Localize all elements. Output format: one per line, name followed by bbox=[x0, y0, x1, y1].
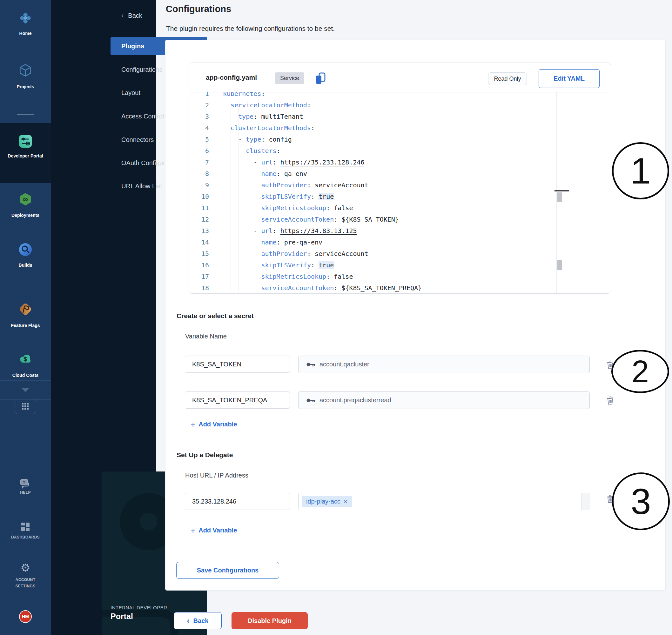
builds-icon bbox=[18, 242, 33, 257]
code-line: 7 - url: https://35.233.128.246 bbox=[189, 156, 557, 168]
service-badge: Service bbox=[275, 72, 304, 84]
brand-line: INTERNAL DEVELOPER bbox=[110, 605, 167, 610]
host-url-input[interactable] bbox=[185, 493, 290, 510]
annotation-circle-2: 2 bbox=[611, 350, 669, 393]
back-button[interactable]: ‹ Back bbox=[174, 612, 222, 629]
variable-name-input[interactable] bbox=[185, 392, 290, 409]
nav-section-line bbox=[0, 380, 51, 381]
secret-select-value: account.preqaclusterread bbox=[320, 397, 391, 404]
dashboards-icon bbox=[20, 521, 31, 532]
feature-flags-icon bbox=[18, 302, 33, 316]
nav-divider bbox=[17, 114, 34, 115]
delegate-tags-select[interactable]: idp-play-acc ✕ bbox=[298, 493, 590, 510]
code-line: 17 skipMetricsLookup: false bbox=[189, 271, 557, 282]
nav-item-builds[interactable]: Builds bbox=[0, 262, 51, 268]
svg-text:?: ? bbox=[23, 480, 25, 484]
add-variable-link[interactable]: + Add Variable bbox=[191, 421, 237, 428]
nav-item-feature-flags[interactable]: Feature Flags bbox=[0, 322, 51, 329]
nav-item-account-settings[interactable]: ACCOUNT SETTINGS bbox=[9, 576, 41, 589]
nav-item-cloud-costs[interactable]: Cloud Costs bbox=[0, 372, 51, 378]
app-window: Home Projects Developer Portal bbox=[0, 0, 672, 635]
page-subtitle: The plugin requires the following config… bbox=[166, 25, 335, 32]
back-nav-link[interactable]: ‹Back bbox=[121, 12, 142, 20]
secret-select-value: account.qacluster bbox=[320, 361, 369, 368]
nav-item-help[interactable]: HELP bbox=[9, 489, 41, 496]
delegate-tag-chip[interactable]: idp-play-acc ✕ bbox=[302, 496, 352, 507]
code-line: 13 - url: https://34.83.13.125 bbox=[189, 225, 557, 237]
code-line: 5 - type: config bbox=[189, 134, 557, 145]
page-title: Configurations bbox=[166, 4, 231, 14]
select-dropdown-zone[interactable] bbox=[581, 493, 590, 510]
help-icon: ? bbox=[19, 478, 32, 491]
code-line: 4 clusterLocatorMethods: bbox=[189, 122, 557, 134]
svg-text:$: $ bbox=[23, 356, 27, 362]
scrollbar-cursor-mark bbox=[555, 190, 569, 192]
code-line: 14 name: pre-qa-env bbox=[189, 237, 557, 248]
gear-icon: ⚙ bbox=[0, 561, 51, 574]
harness-home-icon bbox=[18, 10, 33, 26]
variable-name-input[interactable] bbox=[185, 356, 290, 373]
secret-section-title: Create or select a secret bbox=[177, 312, 254, 320]
code-line: 3 type: multiTenant bbox=[189, 111, 557, 122]
nav-item-home[interactable]: Home bbox=[0, 30, 51, 37]
scrollbar-thumb[interactable] bbox=[557, 192, 562, 202]
key-icon bbox=[306, 398, 315, 403]
plugin-sidebar: ‹Back Plugins Configurations Layout Acce… bbox=[51, 0, 156, 635]
chevron-down-icon[interactable] bbox=[21, 388, 29, 392]
delegate-section-title: Set Up a Delegate bbox=[177, 451, 233, 459]
code-line: 18 serviceAccountToken: ${K8S_SA_TOKEN_P… bbox=[189, 282, 557, 293]
secret-select[interactable]: account.qacluster bbox=[298, 356, 590, 373]
code-line: 2 serviceLocatorMethod: bbox=[189, 100, 557, 111]
chevron-left-icon: ‹ bbox=[187, 616, 190, 625]
copy-icon[interactable] bbox=[315, 72, 326, 85]
plus-icon: + bbox=[191, 421, 195, 428]
variable-name-label: Variable Name bbox=[185, 333, 227, 340]
developer-portal-icon bbox=[18, 134, 33, 149]
chevron-left-icon: ‹ bbox=[121, 12, 124, 19]
delete-variable-icon[interactable] bbox=[606, 396, 614, 405]
brand-name: Portal bbox=[110, 612, 133, 621]
code-line: 12 serviceAccountToken: ${K8S_SA_TOKEN} bbox=[189, 214, 557, 225]
annotation-circle-3: 3 bbox=[612, 473, 670, 530]
save-configurations-button[interactable]: Save Configurations bbox=[176, 562, 279, 579]
add-host-link[interactable]: + Add Variable bbox=[191, 527, 237, 534]
code-line: 15 authProvider: serviceAccount bbox=[189, 248, 557, 259]
nav-rail: Home Projects Developer Portal bbox=[0, 0, 51, 635]
annotation-circle-1: 1 bbox=[612, 142, 669, 199]
svg-text:∞: ∞ bbox=[23, 195, 28, 203]
disable-plugin-button[interactable]: Disable Plugin bbox=[232, 612, 308, 629]
key-icon bbox=[306, 362, 315, 367]
yaml-filename: app-config.yaml bbox=[206, 74, 257, 81]
nav-item-projects[interactable]: Projects bbox=[0, 84, 51, 90]
code-line: 1kubernetes: bbox=[189, 92, 557, 100]
code-line: 11 skipMetricsLookup: false bbox=[189, 202, 557, 214]
plus-icon: + bbox=[191, 527, 195, 534]
yaml-code-area: 1kubernetes: 2 serviceLocatorMethod: 3 t… bbox=[189, 92, 611, 293]
nav-item-dashboards[interactable]: DASHBOARDS bbox=[9, 534, 41, 540]
user-avatar[interactable]: HM bbox=[19, 610, 32, 623]
secret-select[interactable]: account.preqaclusterread bbox=[298, 392, 590, 409]
edit-yaml-button[interactable]: Edit YAML bbox=[539, 69, 600, 88]
code-line: 8 name: qa-env bbox=[189, 168, 557, 179]
grid-icon bbox=[22, 402, 29, 411]
code-line: 6 clusters: bbox=[189, 145, 557, 156]
code-line: 10 skipTLSVerify: true bbox=[189, 191, 557, 202]
code-line: 16 skipTLSVerify: true bbox=[189, 259, 557, 271]
nav-item-developer-portal[interactable]: Developer Portal bbox=[0, 153, 51, 159]
cloud-costs-icon: $ bbox=[18, 352, 33, 366]
host-url-label: Host URL / IP Address bbox=[185, 472, 248, 479]
deployments-icon: ∞ bbox=[18, 192, 33, 207]
remove-tag-icon[interactable]: ✕ bbox=[344, 499, 348, 504]
code-line: 9 authProvider: serviceAccount bbox=[189, 179, 557, 191]
projects-icon bbox=[18, 63, 33, 78]
read-only-button[interactable]: Read Only bbox=[488, 72, 527, 85]
nav-item-deployments[interactable]: Deployments bbox=[0, 212, 51, 218]
scrollbar-thumb[interactable] bbox=[557, 260, 562, 270]
